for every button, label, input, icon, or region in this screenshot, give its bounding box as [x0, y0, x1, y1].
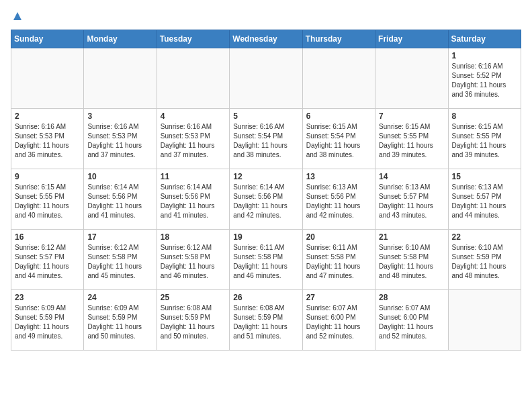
day-number: 13 [306, 172, 371, 181]
day-number: 20 [306, 232, 371, 242]
day-info: Sunrise: 6:10 AM Sunset: 5:58 PM Dayligh… [379, 243, 444, 281]
day-info: Sunrise: 6:09 AM Sunset: 5:59 PM Dayligh… [87, 304, 152, 341]
day-info: Sunrise: 6:11 AM Sunset: 5:58 PM Dayligh… [306, 243, 371, 281]
day-info: Sunrise: 6:16 AM Sunset: 5:52 PM Dayligh… [452, 62, 517, 99]
weekday-header: Wednesday [230, 30, 302, 48]
weekday-header: Thursday [302, 30, 375, 48]
calendar-cell: 2Sunrise: 6:16 AM Sunset: 5:53 PM Daylig… [11, 109, 84, 169]
calendar-cell: 24Sunrise: 6:09 AM Sunset: 5:59 PM Dayli… [84, 290, 157, 351]
day-number: 26 [233, 293, 298, 302]
calendar-cell: 17Sunrise: 6:12 AM Sunset: 5:58 PM Dayli… [84, 230, 157, 290]
day-number: 12 [233, 172, 298, 181]
calendar-cell: 7Sunrise: 6:15 AM Sunset: 5:55 PM Daylig… [375, 109, 448, 169]
day-info: Sunrise: 6:15 AM Sunset: 5:55 PM Dayligh… [379, 122, 444, 160]
calendar-cell: 18Sunrise: 6:12 AM Sunset: 5:58 PM Dayli… [157, 230, 229, 290]
weekday-header: Monday [84, 30, 157, 48]
day-info: Sunrise: 6:14 AM Sunset: 5:56 PM Dayligh… [87, 183, 152, 220]
calendar-cell: 1Sunrise: 6:16 AM Sunset: 5:52 PM Daylig… [448, 48, 521, 109]
calendar-cell: 21Sunrise: 6:10 AM Sunset: 5:58 PM Dayli… [375, 230, 448, 290]
day-number: 15 [452, 172, 517, 181]
day-info: Sunrise: 6:09 AM Sunset: 5:59 PM Dayligh… [15, 304, 80, 341]
calendar-cell: 10Sunrise: 6:14 AM Sunset: 5:56 PM Dayli… [84, 169, 157, 230]
calendar-cell: 25Sunrise: 6:08 AM Sunset: 5:59 PM Dayli… [157, 290, 229, 351]
day-info: Sunrise: 6:11 AM Sunset: 5:58 PM Dayligh… [233, 243, 298, 281]
calendar-cell: 5Sunrise: 6:16 AM Sunset: 5:54 PM Daylig… [230, 109, 302, 169]
day-number: 3 [87, 111, 152, 121]
calendar-cell: 23Sunrise: 6:09 AM Sunset: 5:59 PM Dayli… [11, 290, 84, 351]
weekday-header: Tuesday [157, 30, 229, 48]
logo [11, 11, 23, 24]
calendar-cell: 12Sunrise: 6:14 AM Sunset: 5:56 PM Dayli… [230, 169, 302, 230]
day-info: Sunrise: 6:08 AM Sunset: 5:59 PM Dayligh… [161, 304, 226, 341]
calendar-cell [11, 48, 84, 109]
calendar-cell: 15Sunrise: 6:13 AM Sunset: 5:57 PM Dayli… [448, 169, 521, 230]
calendar-cell: 16Sunrise: 6:12 AM Sunset: 5:57 PM Dayli… [11, 230, 84, 290]
day-info: Sunrise: 6:12 AM Sunset: 5:58 PM Dayligh… [161, 243, 226, 281]
day-number: 16 [15, 232, 80, 242]
day-info: Sunrise: 6:16 AM Sunset: 5:53 PM Dayligh… [87, 122, 152, 160]
day-info: Sunrise: 6:13 AM Sunset: 5:56 PM Dayligh… [306, 183, 371, 220]
calendar-cell [302, 48, 375, 109]
day-number: 4 [161, 111, 226, 121]
day-info: Sunrise: 6:15 AM Sunset: 5:55 PM Dayligh… [452, 122, 517, 160]
calendar-cell: 26Sunrise: 6:08 AM Sunset: 5:59 PM Dayli… [230, 290, 302, 351]
calendar-cell: 11Sunrise: 6:14 AM Sunset: 5:56 PM Dayli… [157, 169, 229, 230]
day-number: 23 [15, 293, 80, 302]
day-info: Sunrise: 6:13 AM Sunset: 5:57 PM Dayligh… [379, 183, 444, 220]
day-number: 11 [161, 172, 226, 181]
day-number: 14 [379, 172, 444, 181]
day-info: Sunrise: 6:15 AM Sunset: 5:55 PM Dayligh… [15, 183, 80, 220]
day-info: Sunrise: 6:07 AM Sunset: 6:00 PM Dayligh… [379, 304, 444, 341]
calendar-cell: 19Sunrise: 6:11 AM Sunset: 5:58 PM Dayli… [230, 230, 302, 290]
day-number: 17 [87, 232, 152, 242]
day-info: Sunrise: 6:16 AM Sunset: 5:54 PM Dayligh… [233, 122, 298, 160]
day-info: Sunrise: 6:07 AM Sunset: 6:00 PM Dayligh… [306, 304, 371, 341]
day-info: Sunrise: 6:13 AM Sunset: 5:57 PM Dayligh… [452, 183, 517, 220]
day-number: 6 [306, 111, 371, 121]
day-number: 1 [452, 51, 517, 60]
calendar-cell: 27Sunrise: 6:07 AM Sunset: 6:00 PM Dayli… [302, 290, 375, 351]
day-info: Sunrise: 6:08 AM Sunset: 5:59 PM Dayligh… [233, 304, 298, 341]
calendar-cell: 3Sunrise: 6:16 AM Sunset: 5:53 PM Daylig… [84, 109, 157, 169]
day-number: 9 [15, 172, 80, 181]
weekday-header: Sunday [11, 30, 84, 48]
day-number: 25 [161, 293, 226, 302]
logo-icon [12, 11, 23, 21]
calendar-cell [157, 48, 229, 109]
calendar-header-row: SundayMondayTuesdayWednesdayThursdayFrid… [11, 30, 521, 48]
day-info: Sunrise: 6:15 AM Sunset: 5:54 PM Dayligh… [306, 122, 371, 160]
svg-marker-0 [13, 12, 21, 20]
day-info: Sunrise: 6:12 AM Sunset: 5:58 PM Dayligh… [87, 243, 152, 281]
day-number: 10 [87, 172, 152, 181]
calendar-cell: 14Sunrise: 6:13 AM Sunset: 5:57 PM Dayli… [375, 169, 448, 230]
day-number: 27 [306, 293, 371, 302]
day-number: 22 [452, 232, 517, 242]
day-info: Sunrise: 6:16 AM Sunset: 5:53 PM Dayligh… [15, 122, 80, 160]
day-info: Sunrise: 6:16 AM Sunset: 5:53 PM Dayligh… [161, 122, 226, 160]
day-number: 2 [15, 111, 80, 121]
day-number: 5 [233, 111, 298, 121]
day-number: 28 [379, 293, 444, 302]
calendar-cell: 4Sunrise: 6:16 AM Sunset: 5:53 PM Daylig… [157, 109, 229, 169]
calendar-cell: 13Sunrise: 6:13 AM Sunset: 5:56 PM Dayli… [302, 169, 375, 230]
calendar-week-row: 16Sunrise: 6:12 AM Sunset: 5:57 PM Dayli… [11, 230, 521, 290]
calendar-week-row: 2Sunrise: 6:16 AM Sunset: 5:53 PM Daylig… [11, 109, 521, 169]
day-number: 7 [379, 111, 444, 121]
calendar-week-row: 1Sunrise: 6:16 AM Sunset: 5:52 PM Daylig… [11, 48, 521, 109]
calendar-cell: 6Sunrise: 6:15 AM Sunset: 5:54 PM Daylig… [302, 109, 375, 169]
day-number: 19 [233, 232, 298, 242]
day-number: 24 [87, 293, 152, 302]
weekday-header: Friday [375, 30, 448, 48]
page-header [11, 11, 521, 24]
calendar-cell: 20Sunrise: 6:11 AM Sunset: 5:58 PM Dayli… [302, 230, 375, 290]
calendar-cell: 28Sunrise: 6:07 AM Sunset: 6:00 PM Dayli… [375, 290, 448, 351]
calendar-cell: 8Sunrise: 6:15 AM Sunset: 5:55 PM Daylig… [448, 109, 521, 169]
calendar-week-row: 9Sunrise: 6:15 AM Sunset: 5:55 PM Daylig… [11, 169, 521, 230]
calendar-cell [448, 290, 521, 351]
day-number: 21 [379, 232, 444, 242]
day-number: 18 [161, 232, 226, 242]
day-info: Sunrise: 6:12 AM Sunset: 5:57 PM Dayligh… [15, 243, 80, 281]
calendar-cell [375, 48, 448, 109]
day-info: Sunrise: 6:14 AM Sunset: 5:56 PM Dayligh… [161, 183, 226, 220]
calendar-cell [84, 48, 157, 109]
